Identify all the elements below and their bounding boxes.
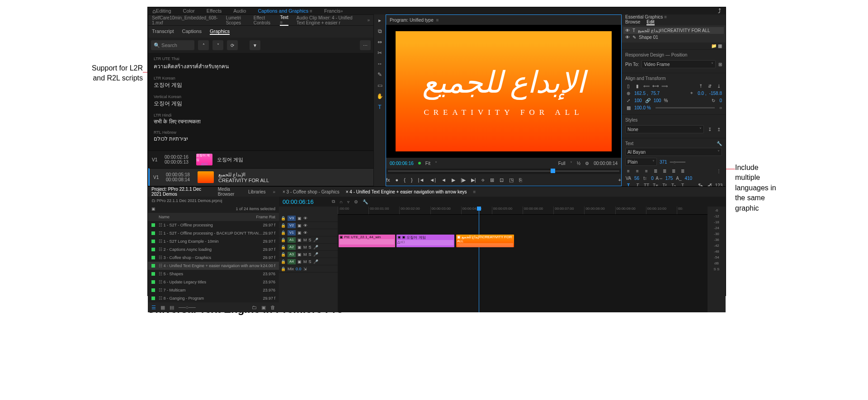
- workspace-overflow-icon[interactable]: »: [340, 9, 343, 14]
- lock-icon[interactable]: 🔒: [281, 245, 286, 249]
- transport-button[interactable]: ⎘: [519, 177, 522, 183]
- resolution-scale[interactable]: ½: [577, 161, 580, 166]
- tool-0[interactable]: ▸: [378, 17, 381, 24]
- timeline-clip[interactable]: ▣ PIE UTE_22.1_44_win: [339, 235, 395, 247]
- justify-center-icon[interactable]: ≣: [661, 168, 668, 174]
- new-folder-icon[interactable]: 📁: [711, 43, 717, 48]
- track-target[interactable]: A2: [288, 245, 296, 250]
- mic-icon[interactable]: 🎤: [313, 238, 318, 242]
- monitor-tc-right[interactable]: 00:00:08:14: [594, 161, 618, 166]
- eg-layer[interactable]: 👁Tالإبداع للجميع\CREATIVITY FOR ALL: [623, 27, 724, 34]
- eye-icon[interactable]: 👁: [625, 28, 630, 33]
- source-tab[interactable]: Lumetri Scopes: [226, 15, 245, 25]
- eye-icon[interactable]: 👁: [625, 35, 630, 40]
- align-vb-icon[interactable]: ⤓: [716, 83, 722, 89]
- opacity[interactable]: 100.0 %: [634, 105, 651, 110]
- zoom-fit[interactable]: Fit: [425, 161, 430, 166]
- link-icon[interactable]: 🔗: [645, 97, 651, 104]
- timeline-canvas[interactable]: :00:0000:00:01:0000:00:02:0000:00:03:000…: [338, 207, 708, 312]
- more-button[interactable]: ⋯: [360, 40, 371, 50]
- transport-button[interactable]: ◄|: [429, 177, 436, 183]
- graphics-entry[interactable]: RTL Hebrewיצירתיות לכולם: [148, 128, 373, 146]
- audio-track-header[interactable]: 🔒A2▣MS🎤: [279, 244, 338, 251]
- timeline-clip[interactable]: ▣ الإبداع للجميع\CREATIVITY FOR ALL: [456, 235, 514, 247]
- snap-icon[interactable]: ⧉: [332, 199, 335, 204]
- mic-icon[interactable]: 🎤: [313, 245, 318, 249]
- style-pull-icon[interactable]: ↧: [707, 126, 713, 132]
- align-vc-icon[interactable]: ⇵: [707, 83, 713, 89]
- text-tab-transcript[interactable]: Transcript: [152, 28, 174, 35]
- playhead-icon[interactable]: [551, 169, 555, 173]
- text-tab-graphics[interactable]: Graphics: [210, 28, 230, 35]
- tool-8[interactable]: T: [378, 104, 381, 110]
- monitor-tc-left[interactable]: 00:00:06:16: [390, 161, 414, 166]
- align-right-text-icon[interactable]: ≡: [643, 168, 650, 174]
- trash-icon[interactable]: 🗑: [270, 305, 275, 310]
- program-canvas[interactable]: الإبداع للجميع CREATIVITY FOR ALL: [386, 25, 621, 158]
- graphics-entry[interactable]: Vertical Korean오징어 게임: [148, 93, 373, 111]
- transport-button[interactable]: |◄: [418, 177, 425, 183]
- align-left-icon[interactable]: ▯: [625, 83, 632, 89]
- justify-right-icon[interactable]: ≣: [670, 168, 677, 174]
- project-item[interactable]: ☷ 1 - S2T - Offline processing29.97 f: [148, 221, 279, 229]
- project-item[interactable]: ☷ 1 - S2T Long Example - 10min29.97 f: [148, 237, 279, 245]
- clip-row[interactable]: V100:00:05:1800:00:08:14الإبداع للجميعCR…: [148, 168, 373, 186]
- tool-4[interactable]: ↔: [377, 61, 382, 67]
- filter-button[interactable]: ▼: [250, 40, 260, 50]
- project-item[interactable]: ☷ 5 - Shapes23.976: [148, 270, 279, 278]
- bin-row[interactable]: 🗀 PPro 22.1.1 Dec 2021 Demos.prproj: [148, 197, 279, 205]
- align-hr-icon[interactable]: ⟹: [661, 83, 668, 89]
- eg-tab-edit[interactable]: Edit: [646, 19, 654, 25]
- workspace-captions-and-graphics[interactable]: Captions and Graphics ≡: [258, 8, 312, 14]
- track-target[interactable]: A1: [288, 237, 296, 243]
- project-item[interactable]: ☷ 6 - Update Legacy titles23.976: [148, 278, 279, 286]
- rotation[interactable]: 0: [719, 98, 722, 103]
- project-tab[interactable]: Media Browser: [218, 187, 241, 197]
- project-item[interactable]: ☷ 2 - Captions Async loading29.97 f: [148, 245, 279, 254]
- kerning[interactable]: 56: [634, 176, 639, 181]
- align-center-icon[interactable]: ▮: [634, 83, 641, 89]
- lock-icon[interactable]: 🔒: [281, 231, 286, 235]
- graphics-entry[interactable]: LTR UTE Thaiความคิดสร้างสรรค์สำหรับทุกคน: [148, 55, 373, 74]
- track-target[interactable]: A3: [288, 252, 296, 257]
- scale-w[interactable]: 100: [634, 98, 642, 103]
- workspace-color[interactable]: Color: [183, 8, 195, 14]
- sync-lock-icon[interactable]: ▣: [297, 216, 302, 221]
- project-item[interactable]: ☷ 7 - Multicam23.976: [148, 286, 279, 294]
- audio-track-header[interactable]: 🔒A1▣MS🎤: [279, 236, 338, 244]
- track-target[interactable]: V1: [288, 230, 296, 235]
- workspace-editing[interactable]: Editing: [156, 8, 171, 14]
- pos-x[interactable]: 162.5 ,: [634, 91, 648, 96]
- video-track-header[interactable]: 🔒V2▣👁: [279, 222, 338, 229]
- new-bin-icon[interactable]: 🗀: [252, 305, 257, 310]
- align-center-text-icon[interactable]: ≡: [634, 168, 641, 174]
- eg-tab-browse[interactable]: Browse: [625, 19, 640, 25]
- track-target[interactable]: A4: [288, 259, 296, 264]
- tool-7[interactable]: ✋: [377, 93, 383, 99]
- track-target[interactable]: Mix: [288, 267, 294, 271]
- leading[interactable]: 0: [651, 176, 654, 181]
- sync-lock-icon[interactable]: ▣: [297, 238, 302, 242]
- source-tab[interactable]: Text ≡: [280, 15, 288, 26]
- expand-icon[interactable]: ⇲: [303, 267, 307, 271]
- audio-track-header[interactable]: 🔒Mix0.0⇲: [279, 265, 338, 273]
- sync-lock-icon[interactable]: ▣: [297, 245, 302, 249]
- style-push-icon[interactable]: ↥: [716, 126, 722, 132]
- add-button-icon[interactable]: +: [618, 177, 621, 183]
- eye-icon[interactable]: 👁: [303, 216, 307, 221]
- monitor-timeline[interactable]: [386, 169, 621, 174]
- refresh-button[interactable]: ⟳: [227, 40, 238, 50]
- project-item[interactable]: ☷ 3 - Coffee shop - Graphics29.97 f: [148, 254, 279, 262]
- transport-button[interactable]: }: [411, 177, 413, 183]
- transport-button[interactable]: ●: [396, 177, 399, 183]
- sequence-tab[interactable]: × 3 - Coffee shop - Graphics: [283, 189, 340, 194]
- justify-left-icon[interactable]: ≣: [652, 168, 659, 174]
- source-tab[interactable]: SelfCare10min_Embedded_608-1.mxf: [152, 15, 218, 25]
- tracking[interactable]: 175: [665, 176, 673, 181]
- workspace-audio[interactable]: Audio: [233, 8, 246, 14]
- search-input[interactable]: 🔍 Search: [151, 40, 194, 50]
- align-vt-icon[interactable]: ⤒: [698, 83, 704, 89]
- style-select[interactable]: None˅: [625, 125, 704, 133]
- new-layer-icon[interactable]: ▦: [718, 43, 722, 48]
- transport-button[interactable]: |▶: [461, 177, 466, 183]
